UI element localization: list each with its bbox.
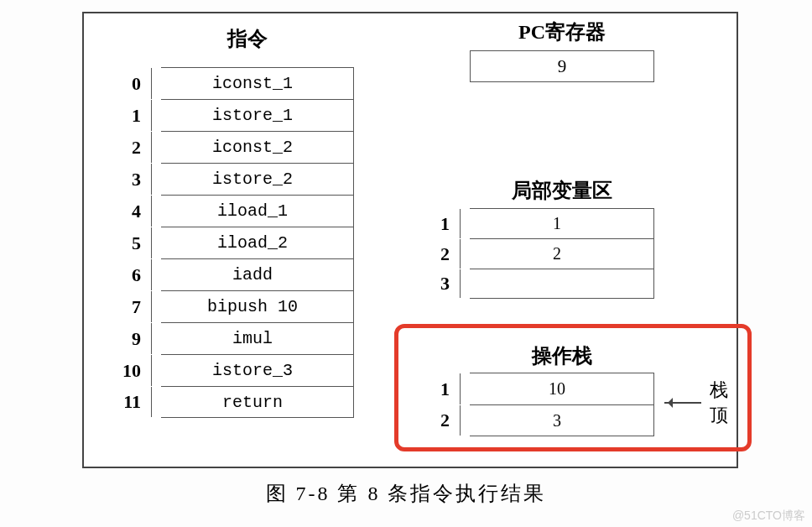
localvar-row: 3: [470, 269, 654, 299]
pc-value: 9: [470, 50, 654, 82]
instruction-row: 10istore_3: [161, 354, 354, 386]
opstack-val: 10: [460, 373, 654, 404]
instruction-op: iadd: [151, 259, 354, 290]
instruction-op: iload_2: [151, 227, 354, 258]
diagram-frame: 指令 PC寄存器 局部变量区 操作栈 0iconst_1 1istore_1 2…: [82, 12, 738, 468]
stack-top-arrow: 栈顶: [664, 378, 738, 428]
figure-caption: 图 7-8 第 8 条指令执行结果: [0, 480, 812, 507]
opstack-slot: 1: [426, 378, 460, 400]
localvar-row: 22: [470, 238, 654, 269]
instruction-row: 3istore_2: [161, 163, 354, 195]
instruction-addr: 9: [109, 328, 151, 350]
arrow-left-icon: [664, 402, 701, 404]
localvar-slot: 2: [426, 243, 460, 265]
instruction-op: istore_2: [151, 164, 354, 195]
localvar-val: 1: [460, 209, 654, 238]
instruction-row: 0iconst_1: [161, 67, 354, 99]
instruction-row: 2iconst_2: [161, 131, 354, 163]
instruction-addr: 3: [109, 169, 151, 190]
instruction-addr: 5: [109, 232, 151, 254]
opstack-row: 23: [470, 404, 654, 436]
instruction-row: 7bipush 10: [161, 290, 354, 322]
opstack-slot: 2: [426, 410, 460, 431]
instruction-row: 6iadd: [161, 258, 354, 290]
localvar-row: 11: [470, 208, 654, 238]
instruction-op: istore_3: [151, 355, 354, 386]
instruction-row: 9imul: [161, 322, 354, 354]
watermark: @51CTO博客: [732, 509, 805, 524]
instruction-addr: 1: [109, 105, 151, 127]
instruction-op: iload_1: [151, 196, 354, 227]
instruction-row: 1istore_1: [161, 99, 354, 131]
localvars-table: 11 22 3: [470, 208, 654, 299]
instruction-addr: 2: [109, 137, 151, 159]
instruction-addr: 0: [109, 73, 151, 95]
localvar-val: 2: [460, 239, 654, 269]
instruction-addr: 10: [109, 360, 151, 382]
localvar-val: [460, 269, 654, 298]
instruction-addr: 7: [109, 296, 151, 318]
stack-top-label: 栈顶: [710, 378, 738, 428]
instructions-header: 指令: [197, 25, 298, 52]
instruction-op: istore_1: [151, 100, 354, 131]
instruction-row: 5iload_2: [161, 227, 354, 258]
localvar-slot: 1: [426, 213, 460, 235]
opstack-header: 操作栈: [478, 342, 646, 369]
instruction-op: iconst_2: [151, 132, 354, 163]
instruction-table: 0iconst_1 1istore_1 2iconst_2 3istore_2 …: [161, 67, 354, 418]
instruction-op: imul: [151, 323, 354, 354]
instruction-op: return: [151, 387, 354, 417]
instruction-addr: 6: [109, 264, 151, 286]
instruction-addr: 4: [109, 201, 151, 222]
localvars-header: 局部变量区: [478, 177, 646, 204]
localvar-slot: 3: [426, 273, 460, 295]
instruction-row: 11return: [161, 386, 354, 418]
instruction-addr: 11: [109, 391, 151, 413]
opstack-table: 110 23: [470, 373, 654, 436]
instruction-op: iconst_1: [151, 68, 354, 99]
instruction-row: 4iload_1: [161, 195, 354, 227]
opstack-val: 3: [460, 405, 654, 436]
opstack-row: 110: [470, 373, 654, 404]
pc-header: PC寄存器: [478, 18, 646, 45]
instruction-op: bipush 10: [151, 291, 354, 322]
